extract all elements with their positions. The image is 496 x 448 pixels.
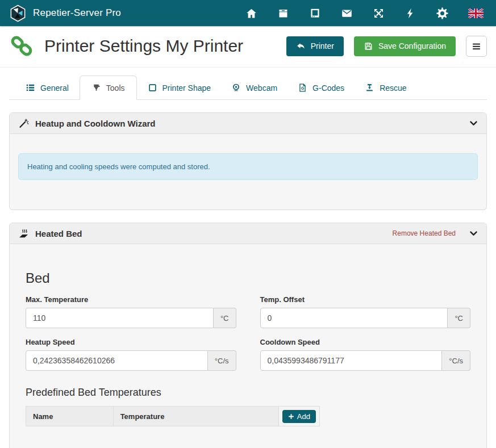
reply-arrow-icon xyxy=(296,41,306,51)
tab-tools[interactable]: Tools xyxy=(80,76,137,100)
tab-printer-shape[interactable]: Printer Shape xyxy=(138,76,221,99)
printer-back-button[interactable]: Printer xyxy=(286,36,344,56)
home-icon[interactable] xyxy=(245,7,257,19)
column-header-name: Name xyxy=(26,407,114,426)
bed-settings-form: Max. Temperature °C Temp. Offset °C Heat… xyxy=(26,295,470,371)
temp-offset-label: Temp. Offset xyxy=(260,295,471,304)
max-temperature-unit: °C xyxy=(214,308,236,328)
expand-icon[interactable] xyxy=(373,7,385,19)
temp-offset-unit: °C xyxy=(448,308,470,328)
printer-box-icon[interactable] xyxy=(277,7,289,19)
column-header-add: Add xyxy=(278,407,319,426)
rescue-icon xyxy=(365,83,374,93)
bed-section-title: Bed xyxy=(26,270,470,286)
tab-general-label: General xyxy=(40,83,69,93)
cooldown-speed-input[interactable] xyxy=(260,350,443,371)
add-button-label: Add xyxy=(297,412,310,421)
heatup-speed-input[interactable] xyxy=(26,350,208,371)
heatup-speed-unit: °C/s xyxy=(208,350,236,371)
gear-icon[interactable] xyxy=(436,7,448,19)
tab-tools-label: Tools xyxy=(106,83,125,93)
webcam-icon xyxy=(231,83,241,93)
magic-wand-icon xyxy=(18,118,29,129)
table-header-row: Name Temperature Add xyxy=(26,407,320,426)
chevron-down-icon[interactable] xyxy=(469,119,478,128)
hamburger-menu-button[interactable] xyxy=(466,36,487,57)
field-max-temperature: Max. Temperature °C xyxy=(26,295,236,328)
list-icon xyxy=(26,83,35,93)
predefined-bed-temperatures-title: Predefined Bed Temperatures xyxy=(26,387,470,399)
heated-bed-panel-header[interactable]: Heated Bed Remove Heated Bed xyxy=(10,223,486,244)
save-configuration-label: Save Configuration xyxy=(378,41,446,51)
chevron-down-icon[interactable] xyxy=(469,229,478,238)
wizard-panel-body: Heating and cooling speeds were computed… xyxy=(10,134,486,210)
add-temperature-button[interactable]: Add xyxy=(282,410,316,423)
heated-bed-panel: Heated Bed Remove Heated Bed Bed Max. Te… xyxy=(9,223,487,448)
predefined-bed-temperatures-table: Name Temperature Add xyxy=(26,406,320,426)
uk-flag-icon[interactable] xyxy=(468,9,484,18)
page-header: Printer Settings My Printer Printer Save… xyxy=(0,26,496,68)
heated-bed-panel-title: Heated Bed xyxy=(35,229,82,238)
cooldown-speed-label: Cooldown Speed xyxy=(260,338,471,346)
brand[interactable]: Repetier-Server Pro xyxy=(9,5,121,22)
printer-frame-icon[interactable] xyxy=(309,7,321,19)
info-alert: Heating and cooling speeds were computed… xyxy=(18,153,478,180)
chain-link-icon xyxy=(9,34,34,58)
field-cooldown-speed: Cooldown Speed °C/s xyxy=(260,338,471,371)
save-floppy-icon xyxy=(364,41,373,51)
tab-webcam[interactable]: Webcam xyxy=(222,76,287,99)
cooldown-speed-unit: °C/s xyxy=(442,350,470,371)
temp-offset-input[interactable] xyxy=(260,308,448,328)
field-heatup-speed: Heatup Speed °C/s xyxy=(26,338,236,371)
extruder-icon xyxy=(91,83,101,93)
bolt-icon[interactable] xyxy=(405,7,416,19)
remove-heated-bed-link[interactable]: Remove Heated Bed xyxy=(393,229,456,237)
field-temp-offset: Temp. Offset °C xyxy=(260,295,471,328)
heated-bed-icon xyxy=(18,228,29,239)
square-icon xyxy=(148,83,157,93)
tab-gcodes[interactable]: G G-Codes xyxy=(288,76,354,99)
settings-tabs: General Tools Printer Shape Webcam G G-C… xyxy=(9,76,487,100)
top-navbar: Repetier-Server Pro xyxy=(0,0,496,26)
gcode-file-icon: G xyxy=(298,83,307,93)
tab-printer-shape-label: Printer Shape xyxy=(162,83,211,93)
save-configuration-button[interactable]: Save Configuration xyxy=(354,36,456,56)
tab-rescue-label: Rescue xyxy=(380,83,406,93)
tab-rescue[interactable]: Rescue xyxy=(355,76,416,99)
mail-icon[interactable] xyxy=(341,7,353,19)
page-title: Printer Settings My Printer xyxy=(44,36,276,56)
tab-general[interactable]: General xyxy=(16,76,78,99)
max-temperature-label: Max. Temperature xyxy=(26,295,236,304)
header-buttons: Printer Save Configuration xyxy=(286,36,487,57)
svg-text:G: G xyxy=(301,86,305,91)
heatup-speed-label: Heatup Speed xyxy=(26,338,236,346)
plus-icon xyxy=(288,413,294,420)
wizard-panel-header[interactable]: Heatup and Cooldown Wizard xyxy=(10,113,486,134)
repetier-logo-icon xyxy=(9,5,27,22)
navbar-icons xyxy=(245,7,487,19)
printer-back-label: Printer xyxy=(311,41,334,51)
heated-bed-panel-body: Bed Max. Temperature °C Temp. Offset °C … xyxy=(10,270,486,448)
max-temperature-input[interactable] xyxy=(26,308,214,328)
brand-title: Repetier-Server Pro xyxy=(33,7,121,19)
wizard-panel-title: Heatup and Cooldown Wizard xyxy=(35,119,156,128)
tab-webcam-label: Webcam xyxy=(246,83,277,93)
tab-gcodes-label: G-Codes xyxy=(312,83,344,93)
heatup-cooldown-wizard-panel: Heatup and Cooldown Wizard Heating and c… xyxy=(9,112,487,210)
column-header-temperature: Temperature xyxy=(113,407,278,426)
